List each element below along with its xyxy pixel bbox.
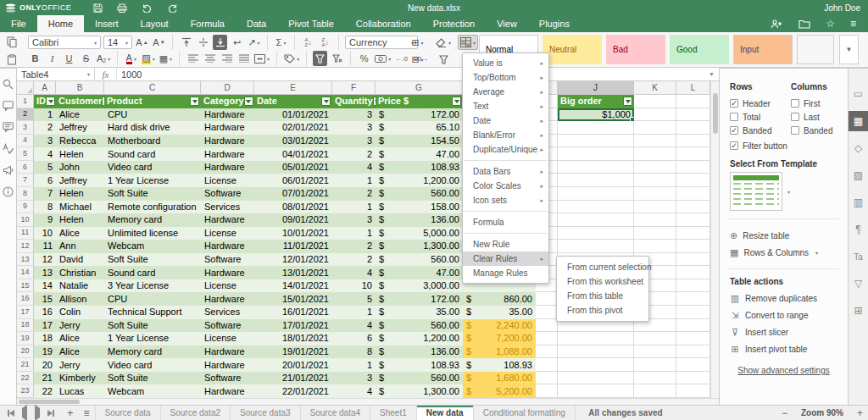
cell-A9[interactable]: 8 <box>34 201 56 214</box>
text-art-settings-icon[interactable]: Ta <box>849 246 868 267</box>
resize-table-button[interactable]: ⊕ Resize table <box>720 227 848 244</box>
cell-A6[interactable]: 5 <box>34 161 56 174</box>
cell-D8[interactable]: Software <box>201 187 254 201</box>
cell-D17[interactable]: Services <box>201 306 254 319</box>
cell-I19[interactable] <box>536 332 558 345</box>
menu-item-data-bars[interactable]: Data Bars▸ <box>463 164 548 179</box>
paste-button[interactable] <box>4 52 19 67</box>
col-header-B[interactable]: B <box>56 81 104 95</box>
cell-K3[interactable] <box>634 121 676 135</box>
cell-G4[interactable]: $154.50 <box>376 135 463 148</box>
cell-E10[interactable]: 09/01/2021 <box>254 213 332 227</box>
cell-K11[interactable] <box>634 227 676 240</box>
cell-G22[interactable]: $560.00 <box>376 372 463 385</box>
align-left-icon[interactable] <box>186 51 200 66</box>
cell-H23[interactable]: $5,200.00 <box>463 384 536 398</box>
cell-A18[interactable]: 17 <box>34 319 56 333</box>
tab-collaboration[interactable]: Collaboration <box>345 15 422 32</box>
cell-I18[interactable] <box>536 319 558 333</box>
cell-B16[interactable]: Allison <box>56 292 104 306</box>
cell-G19[interactable]: $1,200.00 <box>376 332 463 345</box>
cell-C17[interactable]: Technical Support <box>104 306 201 319</box>
formula-bar-collapse-icon[interactable]: ▼ <box>709 71 719 77</box>
cell-E14[interactable]: 13/01/2021 <box>254 266 332 279</box>
row-header-9[interactable]: 9 <box>17 201 34 214</box>
cell-I16[interactable] <box>536 292 558 306</box>
cell-B5[interactable]: Helen <box>56 147 104 161</box>
cell-C18[interactable]: Soft Suite <box>104 319 201 333</box>
columns-banded-checkbox[interactable] <box>791 126 799 135</box>
cell-J22[interactable] <box>558 372 634 385</box>
vertical-scrollbar[interactable] <box>710 81 719 398</box>
cell-K19[interactable] <box>634 332 676 345</box>
insert-slicer-button[interactable]: ⊽Insert slicer <box>720 323 848 340</box>
menu-item-icon-sets[interactable]: Icon sets▸ <box>463 193 548 207</box>
cell-A5[interactable]: 4 <box>34 147 56 161</box>
cell-B9[interactable]: Michael <box>56 201 104 214</box>
cell-F20[interactable]: 8 <box>332 345 376 359</box>
cell-I21[interactable] <box>536 358 558 372</box>
cell-E4[interactable]: 03/01/2021 <box>254 135 332 148</box>
row-header-8[interactable]: 8 <box>17 187 34 201</box>
cell-L22[interactable] <box>676 372 710 385</box>
cell-F2[interactable]: 3 <box>332 108 376 122</box>
cell-B6[interactable]: John <box>56 161 104 174</box>
cell-E3[interactable]: 02/01/2021 <box>254 121 332 135</box>
tab-layout[interactable]: Layout <box>130 15 180 32</box>
cell-style-input[interactable]: Input <box>733 35 793 64</box>
cell-B18[interactable]: Jerry <box>56 319 104 333</box>
last-sheet-icon[interactable] <box>47 410 54 417</box>
favorite-star-icon[interactable]: ☆ <box>826 19 835 29</box>
cell-G20[interactable]: $136.00 <box>376 345 463 359</box>
number-format-select[interactable]: Currency▾ <box>345 36 418 49</box>
cell-I20[interactable] <box>536 345 558 359</box>
cell-L17[interactable] <box>676 306 710 319</box>
cell-A20[interactable]: 19 <box>34 345 56 359</box>
cell-style-neutral[interactable]: Neutral <box>542 35 602 64</box>
filter-button[interactable]: ✓Filter button <box>730 139 848 152</box>
cell-L21[interactable] <box>676 358 710 372</box>
menu-item-date[interactable]: Date▸ <box>463 113 548 128</box>
cell-L23[interactable] <box>676 384 710 398</box>
cell-A15[interactable]: 14 <box>34 279 56 293</box>
decrease-decimal-icon[interactable]: ←.0 <box>394 51 409 66</box>
cell-L11[interactable] <box>676 227 710 240</box>
cell-J12[interactable] <box>558 240 634 253</box>
cell-G6[interactable]: $108.93 <box>376 161 463 174</box>
cell-D23[interactable]: Hardware <box>201 384 254 398</box>
cell-C19[interactable]: 1 Year License <box>104 332 201 345</box>
chat-icon[interactable] <box>3 122 14 132</box>
sheet-list-icon[interactable]: ≡ <box>79 406 95 420</box>
filter-button-icon[interactable] <box>452 97 461 106</box>
menu-item-duplicate-unique[interactable]: Duplicate/Unique▸ <box>463 142 548 157</box>
cell-D20[interactable]: Hardware <box>201 345 254 359</box>
cell-B20[interactable]: Alice <box>56 345 104 359</box>
cell-B14[interactable]: Christian <box>56 266 104 279</box>
cell-K4[interactable] <box>634 135 676 148</box>
cell-J19[interactable] <box>558 332 634 345</box>
sheet-tab-new-data[interactable]: New data <box>417 406 474 420</box>
cell-K9[interactable] <box>634 201 676 214</box>
menu-item-clear-rules[interactable]: Clear Rules▸ <box>463 251 548 266</box>
row-header-18[interactable]: 18 <box>17 319 34 333</box>
cell-A11[interactable]: 10 <box>34 227 56 240</box>
cell-F16[interactable]: 5 <box>332 292 376 306</box>
cell-A19[interactable]: 18 <box>34 332 56 345</box>
cell-J21[interactable] <box>558 358 634 372</box>
cell-L6[interactable] <box>676 161 710 174</box>
redo-icon[interactable] <box>167 3 178 13</box>
cell-D19[interactable]: License <box>201 332 254 345</box>
cell-K6[interactable] <box>634 161 676 174</box>
cell-D21[interactable]: Hardware <box>201 358 254 372</box>
percent-style-icon[interactable]: % <box>357 51 371 66</box>
table-template-thumbnail[interactable] <box>730 172 782 211</box>
cell-E18[interactable]: 17/01/2021 <box>254 319 332 333</box>
submenu-item-from-this-table[interactable]: From this table <box>557 289 648 303</box>
cell-J1[interactable]: Big order <box>558 95 634 108</box>
cell-G18[interactable]: $560.00 <box>376 319 463 333</box>
tab-pivot-table[interactable]: Pivot Table <box>277 15 345 32</box>
cell-D18[interactable]: Software <box>201 319 254 333</box>
menu-item-color-scales[interactable]: Color Scales▸ <box>463 179 548 193</box>
tab-data[interactable]: Data <box>236 15 277 32</box>
cell-I23[interactable] <box>536 384 558 398</box>
